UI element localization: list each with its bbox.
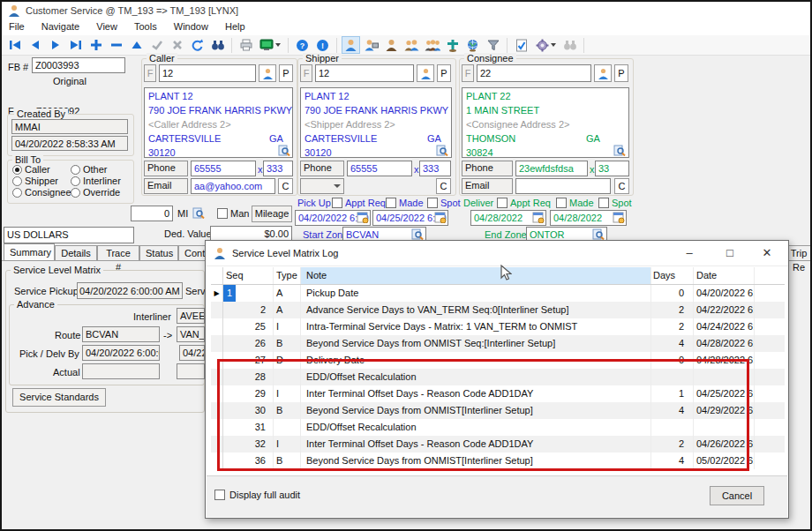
tab-trip-report-partial[interactable]: Trip Re — [786, 245, 812, 261]
filter-icon[interactable] — [484, 36, 502, 54]
pickup-appt-req-checkbox[interactable] — [332, 198, 342, 208]
customer-pair-icon[interactable] — [402, 36, 421, 54]
table-row[interactable]: 2 A Advance Service Days to VAN_TERM Seq… — [211, 302, 785, 318]
menu-navigate[interactable]: Navigate — [34, 19, 86, 34]
consignee-lookup-icon[interactable] — [613, 145, 626, 156]
caller-ext-input[interactable]: 333 — [263, 161, 293, 176]
grid-header-type[interactable]: Type — [274, 267, 301, 284]
shipper-person-button[interactable] — [417, 64, 434, 82]
seq-cell[interactable]: 1 — [223, 285, 274, 302]
note-cell[interactable]: Beyond Service Days from ONMIST[Interlin… — [301, 402, 651, 419]
caller-code-input[interactable]: 12 — [159, 64, 256, 82]
customer-pc-icon[interactable] — [362, 36, 380, 54]
pickup-made-checkbox[interactable] — [386, 198, 396, 208]
note-cell[interactable]: Advance Service Days to VAN_TERM Seq:0[I… — [301, 302, 651, 318]
fb-number-input[interactable]: Z0003993 — [32, 57, 125, 73]
post-check-icon[interactable] — [147, 36, 166, 54]
days-cell[interactable]: 2 — [651, 302, 694, 318]
distance-input[interactable]: 0 — [131, 206, 173, 221]
deliver-spot-checkbox[interactable] — [598, 198, 609, 208]
note-cell[interactable]: Inter Terminal Offset Days - Reason Code… — [301, 436, 651, 452]
type-cell[interactable]: I — [274, 385, 301, 402]
type-cell[interactable] — [274, 419, 301, 436]
days-cell[interactable]: 0 — [651, 352, 694, 369]
shipper-phone-input[interactable]: 65555 — [347, 161, 412, 176]
bill-to-radio-shipper[interactable] — [12, 176, 22, 186]
doc-check-icon[interactable] — [512, 36, 530, 54]
bill-to-option-interliner[interactable]: Interliner — [83, 176, 121, 186]
seq-cell[interactable]: 27 — [223, 352, 274, 369]
consignee-email-type-select[interactable]: Email — [462, 178, 513, 194]
shipper-contact-button[interactable]: C — [436, 178, 451, 194]
refresh-icon[interactable] — [188, 36, 207, 54]
service-standards-button[interactable]: Service Standards — [12, 388, 106, 407]
menu-view[interactable]: View — [89, 19, 124, 34]
date-cell[interactable]: 04/22/2022 6:00:00 AM — [694, 302, 755, 318]
menu-window[interactable]: Window — [167, 19, 215, 34]
shipper-p-button[interactable]: P — [437, 64, 451, 82]
date-cell[interactable]: 04/28/2022 6:00:00 AM — [694, 335, 755, 352]
bill-to-radio-other[interactable] — [71, 165, 80, 175]
note-cell[interactable]: EDD/Offset Recalculation — [301, 419, 651, 436]
type-cell[interactable]: I — [274, 436, 301, 452]
consignee-phone-input[interactable]: 23ewfdsfdsa — [515, 161, 588, 176]
days-cell[interactable]: 4 — [651, 402, 694, 419]
row-selector-cell[interactable] — [211, 335, 223, 352]
days-cell[interactable]: 2 — [651, 318, 694, 335]
pickup-spot-checkbox[interactable] — [427, 198, 438, 208]
nav-last-icon[interactable] — [66, 36, 85, 54]
bill-to-radio-consignee[interactable] — [12, 188, 22, 198]
row-selector-cell[interactable] — [211, 369, 223, 385]
globe-icon[interactable] — [463, 36, 482, 54]
days-cell[interactable]: 0 — [651, 285, 694, 302]
type-cell[interactable]: B — [274, 335, 301, 352]
menu-file[interactable]: File — [2, 19, 32, 34]
date-cell[interactable]: 04/24/2022 6:00:00 AM — [694, 318, 755, 335]
row-selector-cell[interactable] — [211, 419, 223, 436]
monitor-dropdown-icon[interactable] — [257, 36, 283, 54]
minimize-button[interactable]: – — [672, 241, 707, 266]
date-cell[interactable]: 04/26/2022 6:00:00 AM — [694, 436, 755, 452]
consignee-f-button[interactable]: F — [462, 64, 474, 82]
table-row[interactable]: 36 B Beyond Service Days from ONMIST[Int… — [211, 452, 785, 469]
date-cell[interactable]: 05/02/2022 6:00:00 AM — [694, 452, 755, 469]
days-cell[interactable]: 1 — [651, 385, 694, 402]
caller-p-button[interactable]: P — [279, 64, 293, 82]
tab-details[interactable]: Details — [55, 245, 97, 261]
shipper-phone-type-select[interactable]: Phone — [300, 161, 344, 176]
caller-phone-input[interactable]: 65555 — [191, 161, 256, 176]
date-cell[interactable]: 04/20/2022 6:00:00 AM — [694, 285, 755, 302]
type-cell[interactable]: A — [274, 285, 301, 302]
seq-cell[interactable]: 31 — [223, 419, 274, 436]
note-cell[interactable]: Delivery Date — [301, 352, 651, 369]
bill-to-option-caller[interactable]: Caller — [25, 164, 50, 175]
caller-phone-type-select[interactable]: Phone — [144, 161, 188, 176]
delete-icon[interactable] — [107, 36, 125, 54]
shipper-code-input[interactable]: 12 — [315, 64, 414, 82]
dialog-title-bar[interactable]: Service Level Matrix Log – □ ✕ — [206, 241, 788, 266]
note-cell[interactable]: Intra-Terminal Service Days - Matrix: 1 … — [301, 318, 651, 335]
seq-cell[interactable]: 30 — [223, 402, 274, 419]
pickup-date-by-calendar-icon[interactable] — [434, 212, 447, 223]
date-cell[interactable]: 04/29/2022 6:00:00 AM — [694, 402, 755, 419]
row-selector-cell[interactable] — [211, 318, 223, 335]
deliver-date-from-calendar-icon[interactable] — [532, 212, 545, 223]
mileage-lookup-icon[interactable] — [192, 207, 205, 219]
insert-icon[interactable] — [86, 36, 105, 54]
caller-email-type-select[interactable]: Email — [144, 178, 188, 194]
note-cell[interactable]: Pickup Date — [301, 285, 651, 302]
table-row[interactable]: 32 I Inter Terminal Offset Days - Reason… — [211, 436, 785, 452]
deliver-date-by-calendar-icon[interactable] — [613, 212, 625, 223]
tab-status[interactable]: Status — [139, 245, 178, 261]
row-selector-cell[interactable] — [211, 452, 223, 469]
maximize-button[interactable]: □ — [712, 241, 748, 266]
consignee-contact-button[interactable]: C — [614, 178, 629, 194]
row-selector-cell[interactable] — [211, 402, 223, 419]
nav-next-icon[interactable] — [46, 36, 64, 54]
days-cell[interactable] — [651, 369, 694, 385]
type-cell[interactable] — [274, 369, 301, 385]
consignee-person-button[interactable] — [594, 64, 612, 82]
table-row[interactable]: 27 D Delivery Date 0 04/28/2022 6:00:00 … — [211, 352, 785, 369]
caller-f-button[interactable]: F — [144, 64, 156, 82]
seq-cell[interactable]: 26 — [223, 335, 274, 352]
